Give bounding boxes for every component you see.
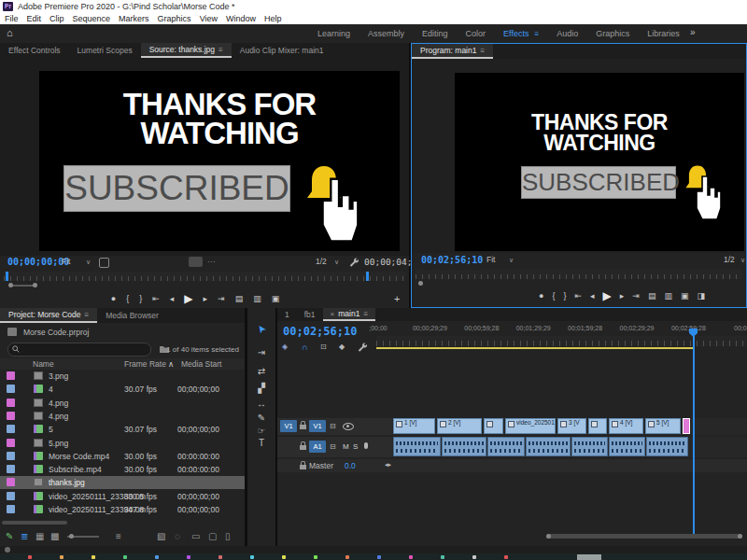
timeline-tab-main1[interactable]: ×main1≡ bbox=[323, 308, 376, 321]
audio-clip[interactable] bbox=[442, 437, 486, 456]
audio-clip[interactable] bbox=[646, 437, 688, 456]
keyframe-navigator-icon[interactable]: ◂▸ bbox=[385, 461, 391, 469]
mark-out-button[interactable]: } bbox=[139, 295, 142, 303]
column-header-frame-rate[interactable]: Frame Rate bbox=[124, 359, 166, 369]
menu-window[interactable]: Window bbox=[226, 14, 256, 23]
video-clip[interactable]: 3 [V bbox=[557, 418, 586, 434]
mark-in-button[interactable]: { bbox=[126, 295, 129, 303]
timeline-horizontal-scrollbar[interactable] bbox=[546, 534, 742, 539]
solo-track-button[interactable]: S bbox=[353, 442, 358, 451]
audio-clip[interactable] bbox=[393, 437, 441, 456]
table-row[interactable]: 5.png bbox=[0, 437, 245, 450]
clip-color-swatch[interactable] bbox=[7, 478, 15, 486]
home-icon[interactable]: ⌂ bbox=[7, 27, 13, 38]
program-zoom-handle[interactable] bbox=[418, 281, 423, 286]
mark-in-button[interactable]: { bbox=[552, 292, 555, 301]
panel-menu-icon[interactable]: ≡ bbox=[84, 311, 89, 319]
audio-clip[interactable] bbox=[526, 437, 571, 456]
menu-clip[interactable]: Clip bbox=[49, 14, 64, 23]
zoom-handle-right[interactable] bbox=[33, 283, 37, 287]
sync-lock-icon[interactable]: ⊟ bbox=[330, 442, 336, 451]
tab-project-morse-code[interactable]: Project: Morse Code≡ bbox=[0, 308, 97, 323]
in-point-marker[interactable] bbox=[6, 272, 8, 281]
go-to-out-button[interactable]: ⇥ bbox=[632, 292, 640, 301]
menu-markers[interactable]: Markers bbox=[119, 14, 149, 23]
menu-sequence[interactable]: Sequence bbox=[73, 14, 111, 23]
program-time-ruler[interactable] bbox=[416, 270, 742, 279]
add-marker-button[interactable]: ● bbox=[539, 292, 543, 301]
zoom-handle-left[interactable] bbox=[8, 283, 13, 287]
close-icon[interactable]: × bbox=[331, 310, 335, 318]
clip-color-swatch[interactable] bbox=[7, 412, 15, 420]
video-clip[interactable]: 4 [V] bbox=[609, 418, 643, 434]
source-zoom-select[interactable]: 1/2 bbox=[316, 257, 327, 266]
search-input[interactable] bbox=[7, 343, 151, 357]
icon-view-button[interactable]: ▦ bbox=[35, 531, 44, 541]
program-timecode[interactable]: 00;02;56;10 bbox=[421, 255, 483, 265]
new-bin-button[interactable]: ▭ bbox=[191, 531, 200, 541]
table-row[interactable]: video_20250111_233947.m30.08 fps00;00;00… bbox=[0, 503, 245, 516]
timeline-tab-1[interactable]: 1 bbox=[277, 308, 297, 321]
extract-button[interactable]: ▥ bbox=[664, 292, 672, 301]
play-button[interactable]: ▶ bbox=[603, 290, 612, 301]
clip-name[interactable]: Subscribe.mp4 bbox=[49, 465, 102, 474]
video-clip[interactable]: 2 [V] bbox=[437, 418, 482, 434]
zoom-slider-handle[interactable] bbox=[69, 534, 74, 539]
step-back-button[interactable]: ◂ bbox=[590, 292, 595, 301]
export-frame-button[interactable]: ▣ bbox=[681, 292, 689, 301]
clip-color-swatch[interactable] bbox=[7, 505, 15, 513]
program-fit-select[interactable]: Fit bbox=[486, 255, 495, 264]
voiceover-record-icon[interactable] bbox=[364, 442, 368, 449]
video-clip[interactable]: 5 [V] bbox=[645, 418, 681, 434]
audio-clip[interactable] bbox=[609, 437, 645, 456]
sort-ascending-icon[interactable]: ∧ bbox=[168, 359, 174, 369]
timeline-ruler[interactable]: ;00;0000;00;29;2900;00;59;2800;01;29;290… bbox=[277, 321, 747, 351]
table-row[interactable]: 4.png bbox=[0, 410, 245, 423]
menu-view[interactable]: View bbox=[200, 14, 218, 23]
workspace-tab-libraries[interactable]: Libraries bbox=[647, 29, 680, 38]
menu-edit[interactable]: Edit bbox=[27, 14, 42, 23]
workspace-tab-graphics[interactable]: Graphics bbox=[596, 29, 629, 38]
toggle-track-output-icon[interactable] bbox=[343, 423, 354, 430]
settings-wrench-icon[interactable] bbox=[349, 258, 359, 267]
table-row[interactable]: 530.07 fps00;00;00;00 bbox=[0, 423, 245, 436]
comparison-view-button[interactable]: ◨ bbox=[697, 292, 705, 301]
playhead[interactable] bbox=[693, 336, 695, 534]
clip-name[interactable]: 3.png bbox=[49, 371, 68, 381]
add-marker-button[interactable]: ● bbox=[111, 295, 116, 303]
panel-menu-icon[interactable]: ≡ bbox=[534, 30, 539, 38]
clip-name[interactable]: 4.png bbox=[49, 412, 68, 421]
tab-source-thanks-jpg[interactable]: Source: thanks.jpg≡ bbox=[141, 43, 232, 58]
list-view-button[interactable]: ≣ bbox=[21, 531, 28, 541]
sort-icons-button[interactable]: ≡ bbox=[116, 531, 121, 541]
video-clip[interactable]: 1 [V] bbox=[393, 418, 435, 434]
hand-tool[interactable]: ☞ bbox=[247, 426, 275, 436]
clip-color-swatch[interactable] bbox=[7, 439, 15, 447]
source-fit-select[interactable]: Fit bbox=[62, 257, 70, 266]
breadcrumb[interactable]: Morse Code.prproj bbox=[23, 328, 89, 337]
button-editor-plus-button[interactable]: + bbox=[394, 293, 400, 304]
column-header-name[interactable]: Name bbox=[33, 359, 54, 369]
track-select-forward-tool[interactable]: ⇥ bbox=[247, 347, 275, 357]
out-point-marker[interactable] bbox=[366, 272, 369, 281]
table-row[interactable]: 3.png bbox=[0, 370, 245, 383]
clip-color-swatch[interactable] bbox=[7, 385, 15, 393]
audio-clip[interactable] bbox=[571, 437, 608, 456]
track-lock-icon[interactable] bbox=[300, 465, 306, 469]
go-to-out-button[interactable]: ⇥ bbox=[218, 295, 225, 303]
clip-name[interactable]: 5.png bbox=[49, 439, 68, 448]
overwrite-button[interactable]: ▥ bbox=[253, 295, 261, 303]
find-button[interactable]: ◌ bbox=[175, 531, 180, 541]
program-zoom-select[interactable]: 1/2 bbox=[724, 255, 735, 264]
safe-margins-icon[interactable] bbox=[99, 258, 109, 268]
clip-thanks-selected[interactable] bbox=[683, 418, 690, 434]
edit-original-button[interactable]: ✎ bbox=[6, 531, 13, 541]
tab-media-browser[interactable]: Media Browser bbox=[97, 308, 167, 323]
tab-lumetri-scopes[interactable]: Lumetri Scopes bbox=[69, 43, 141, 58]
clip-name[interactable]: Morse Code.mp4 bbox=[49, 452, 109, 461]
selection-tool[interactable]: ➤ bbox=[248, 314, 275, 343]
audio-clip[interactable] bbox=[487, 437, 525, 456]
table-row[interactable]: video_20250111_233830.m30.05 fps00;00;00… bbox=[0, 490, 245, 503]
clip-color-swatch[interactable] bbox=[7, 452, 15, 460]
clip-name[interactable]: thanks.jpg bbox=[49, 478, 85, 487]
